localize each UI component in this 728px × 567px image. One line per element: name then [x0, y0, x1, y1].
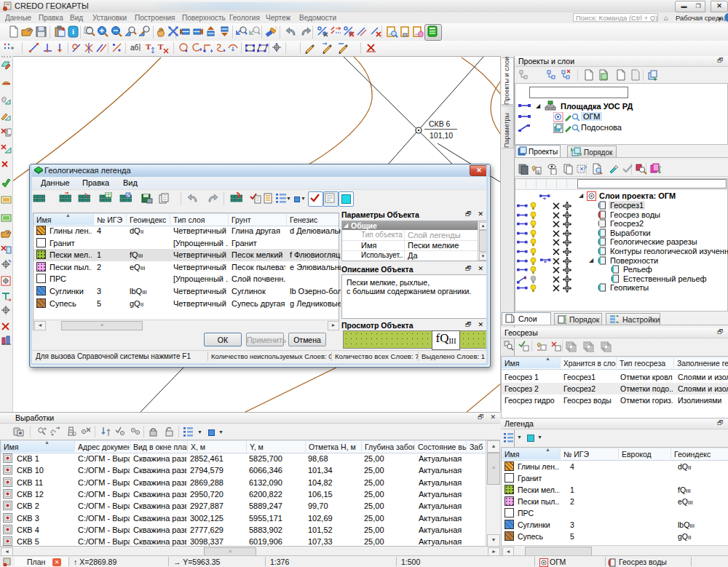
- svg-text:T: T: [146, 42, 151, 51]
- svg-text:СКВ 6: СКВ 6: [429, 119, 451, 128]
- svg-text:101,10: 101,10: [430, 131, 453, 140]
- svg-text:i: i: [72, 27, 74, 36]
- svg-text:T: T: [158, 42, 164, 51]
- svg-text:аб: аб: [130, 44, 139, 52]
